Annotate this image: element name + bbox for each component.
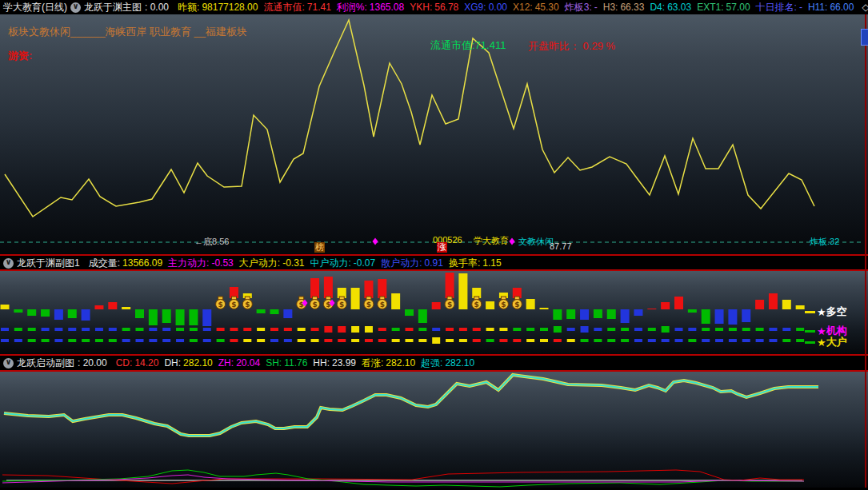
field-value: 0.91 [425, 257, 443, 269]
app-window: 学大教育(日线) ∨ 龙跃于渊主图 : 0.00 昨额:98177128.00流… [0, 0, 868, 490]
field-value: 23.99 [332, 357, 356, 368]
field-value: 14.20 [134, 357, 158, 368]
field-value: 45.30 [535, 2, 559, 13]
field-value: 11.76 [284, 357, 307, 368]
field-value: 282.10 [386, 357, 415, 368]
chevron-down-icon[interactable]: ∨ [3, 258, 14, 269]
field-label: 中户动力: [310, 257, 351, 269]
field-label: 超强: [421, 357, 442, 368]
field-label: 流通市值: [263, 2, 304, 13]
field-value: 56.78 [434, 2, 458, 13]
separator-line [0, 269, 868, 271]
sub2-header-fields: CD:14.20DH:282.10ZH:20.04SH:11.76HH:23.9… [110, 357, 474, 370]
title-bar-icons: ◇ ▣ [857, 2, 868, 13]
field-value: - [594, 2, 598, 13]
field-label: ZH: [218, 357, 234, 368]
field-value: -0.07 [354, 257, 375, 269]
sub2-indicator-value: : 20.00 [78, 357, 107, 368]
rank-badge: 榜 [314, 242, 325, 253]
field-label: 昨额: [178, 2, 199, 13]
open-ratio-value: 开盘昨比： 0.29 % [528, 39, 615, 54]
sector-line-text: 板块文教休闲______海峡西岸 职业教育 __福建板块 [8, 25, 247, 39]
bottom-right-label: 炸板.32 [810, 236, 839, 248]
field-label: 换手率: [449, 257, 480, 269]
field-label: 散户动力: [381, 257, 422, 269]
chevron-down-icon[interactable]: ∨ [3, 358, 14, 368]
legend-item: ★多空 [805, 305, 847, 319]
legend-dash-icon [805, 311, 815, 313]
field-value: 66.33 [620, 2, 644, 13]
field-label: 大户动力: [239, 257, 280, 269]
chevron-down-icon[interactable]: ∨ [70, 2, 81, 13]
sub2-indicator-title[interactable]: 龙跃启动副图 [17, 357, 74, 370]
field-value: 98177128.00 [202, 2, 258, 13]
field-value: 63.03 [667, 2, 691, 13]
diamond-icon[interactable]: ◇ [862, 2, 868, 13]
field-value: 282.10 [445, 357, 474, 368]
star-icon: ★ [817, 306, 826, 318]
field-label: HH: [313, 357, 330, 368]
title-bar: 学大教育(日线) ∨ 龙跃于渊主图 : 0.00 昨额:98177128.00流… [0, 0, 868, 14]
legend-label: 多空 [826, 305, 847, 319]
field-label: SH: [266, 357, 282, 368]
star-icon: ★ [817, 337, 826, 349]
sub1-header: ∨ 龙跃于渊副图1 成交量:13566.09主力动力:-0.53大户动力:-0.… [0, 257, 868, 269]
scrollbar-thumb[interactable] [861, 29, 868, 46]
field-value: 0.00 [489, 2, 507, 13]
field-label: 利润%: [337, 2, 367, 13]
main-indicator-title[interactable]: 龙跃于渊主图 [84, 1, 142, 14]
hot-money-label: 游资: [8, 49, 32, 63]
field-label: 炸板3: [565, 2, 592, 13]
field-value: 282.10 [183, 357, 213, 368]
stock-title: 学大教育(日线) [3, 1, 67, 14]
stock-sector: 文教休闲 [518, 236, 554, 248]
field-value: -0.53 [211, 257, 233, 269]
stock-name: 学大教育 [474, 235, 509, 247]
field-value: 1365.08 [370, 2, 404, 13]
field-value: 13566.09 [122, 257, 162, 269]
scrollbar-track[interactable] [865, 14, 866, 488]
main-indicator-value: : 0.00 [145, 2, 169, 13]
sub2-chart-panel[interactable] [0, 372, 868, 488]
sub1-header-fields: 成交量:13566.09主力动力:-0.53大户动力:-0.31中户动力:-0.… [83, 257, 502, 269]
field-label: H11: [808, 2, 827, 13]
separator-line [0, 370, 868, 372]
legend-item: ★大户 [805, 335, 847, 349]
title-bar-fields: 昨额:98177128.00流通市值:71.41利润%:1365.08YKH:5… [172, 1, 854, 14]
float-cap-value: 流通市值:71.411 [430, 38, 506, 53]
field-label: 主力动力: [168, 257, 209, 269]
sub1-indicator-title[interactable]: 龙跃于渊副图1 [17, 257, 80, 269]
field-value: 66.00 [830, 2, 854, 13]
legend-dash-icon [805, 341, 815, 344]
field-label: 看涨: [362, 357, 383, 368]
field-label: DH: [164, 357, 181, 368]
field-value: 71.41 [307, 2, 331, 13]
separator-line [0, 254, 868, 256]
field-value: 57.00 [726, 2, 750, 13]
sub2-header: ∨ 龙跃启动副图 : 20.00 CD:14.20DH:282.10ZH:20.… [0, 356, 868, 370]
price-label: 87.77 [550, 241, 572, 251]
rise-badge: 涨 [437, 242, 447, 253]
field-label: XG9: [464, 2, 486, 13]
field-label: YKH: [410, 2, 432, 13]
field-label: D4: [650, 2, 665, 13]
legend-label: 大户 [826, 335, 847, 349]
field-value: 20.04 [236, 357, 260, 368]
field-label: 十日排名: [756, 2, 797, 13]
field-label: X12: [513, 2, 533, 13]
legend-dash-icon [805, 330, 815, 333]
field-label: 成交量: [89, 257, 120, 269]
field-value: - [799, 2, 802, 13]
field-value: -0.31 [282, 257, 304, 269]
field-label: H3: [603, 2, 618, 13]
field-value: 1.15 [482, 257, 501, 269]
sub1-chart-panel[interactable] [0, 271, 868, 354]
field-label: EXT1: [697, 2, 723, 13]
field-label: CD: [116, 357, 133, 368]
bottom-left-label: ←底8.56 [194, 236, 229, 248]
